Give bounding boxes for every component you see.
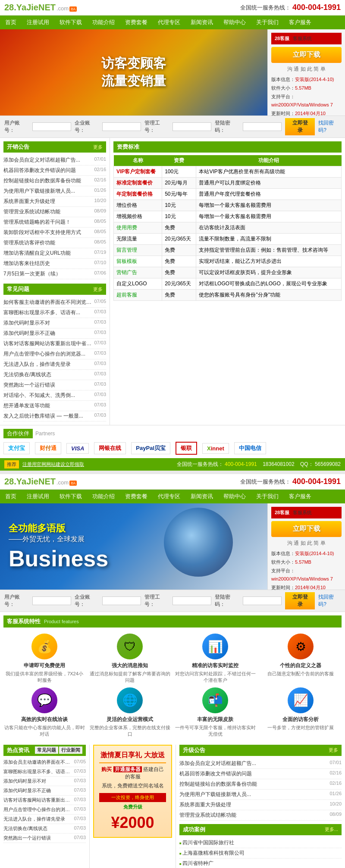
login-button-2[interactable]: 立即登录 bbox=[285, 592, 315, 609]
list-item: 添加代码时显示不正确07/03 bbox=[3, 328, 106, 339]
hot-link[interactable]: 添加会员主动邀请的界面在不同浏览器中的Flash显... bbox=[3, 759, 72, 765]
forgot-password[interactable]: 找回密码? bbox=[318, 119, 341, 134]
faq-link[interactable]: 无法进入队台，操作请先登录 bbox=[3, 361, 92, 368]
feature-title-3: 精准的访客实时监控 bbox=[174, 662, 256, 669]
faq-link[interactable]: 访客对话客服网站访客重新出现中省客的人员不... bbox=[3, 340, 92, 347]
upgrade-link[interactable]: 为使用用户下载链接新增人员... bbox=[179, 791, 328, 798]
tab-common-questions[interactable]: 常见问题 bbox=[35, 746, 58, 754]
news-link[interactable]: 装卸阶段对话框中不支持使用方式 bbox=[3, 229, 92, 236]
list-item: 增加访客清醒自定义URL功能07/19 bbox=[3, 248, 106, 259]
news-link[interactable]: 管理营业系统试结帐功能 bbox=[3, 208, 92, 215]
nav-features[interactable]: 功能介绍 bbox=[87, 16, 120, 29]
upgrade-link[interactable]: 控制超链接站台的数据库备份功能 bbox=[179, 781, 328, 788]
pwd-input-2[interactable] bbox=[243, 596, 282, 605]
news-link[interactable]: 管理系统错题略的若干问题！ bbox=[3, 219, 92, 226]
company-label-2: 企业账号： bbox=[75, 593, 99, 608]
hot-link[interactable]: 添加代码时显示不正确 bbox=[3, 787, 72, 794]
success-more-link[interactable]: 更多... bbox=[325, 826, 338, 833]
pwd-input[interactable] bbox=[243, 122, 282, 131]
nav-pricing[interactable]: 资费套餐 bbox=[120, 16, 153, 29]
feature-icon-8: 📈 bbox=[288, 687, 314, 713]
footer-promo-link[interactable]: 注册用官网网站建设立即领取 bbox=[22, 461, 84, 468]
login-button[interactable]: 立即登录 bbox=[285, 118, 315, 135]
download-button-2[interactable]: 立即下载 bbox=[271, 521, 342, 537]
nav-news[interactable]: 新闻资讯 bbox=[185, 16, 218, 29]
news-link[interactable]: 增加访客来往结历史 bbox=[3, 260, 92, 267]
news-link[interactable]: 机器回答添删改文件错误的问题 bbox=[3, 167, 92, 174]
hot-link[interactable]: 添加代码时显示不对 bbox=[3, 778, 72, 784]
upgrade-link[interactable]: 管理营业系统试结帐功能 bbox=[179, 812, 328, 819]
faq-link[interactable]: 发入之后统计数库错误 — 一般显... bbox=[3, 412, 92, 420]
company-input[interactable] bbox=[102, 122, 141, 131]
faq-link[interactable]: 对话缩小、不知减大、洗秀倒... bbox=[3, 392, 92, 399]
features-title-en: Product features bbox=[44, 619, 79, 624]
faq-link[interactable]: 如何客服主动邀请的界面在不同浏览器中... bbox=[3, 299, 92, 306]
user-input[interactable] bbox=[32, 122, 71, 131]
nav-service[interactable]: 客户服务 bbox=[284, 16, 317, 29]
upgrade-link[interactable]: 添加会员自定义对话框超额广告... bbox=[179, 760, 328, 767]
faq-link[interactable]: 富聊图标出现显示不多、话语有... bbox=[3, 309, 92, 316]
faq-link[interactable]: 添加代码时显示不正确 bbox=[3, 330, 92, 337]
news-link[interactable]: 管理系统访客评价功能 bbox=[3, 239, 92, 247]
company-input-2[interactable] bbox=[102, 596, 141, 605]
faq-link[interactable]: 用户点击管理中心操作台的浏览器... bbox=[3, 350, 92, 358]
tab-industry-news[interactable]: 行业新闻 bbox=[59, 746, 82, 754]
list-item: 管理营业系统试结帐功能08/09 bbox=[3, 207, 106, 217]
hot-link[interactable]: 用户点击管理中心操作台的浏览器... bbox=[3, 806, 72, 813]
nav2-download[interactable]: 软件下载 bbox=[54, 490, 87, 503]
pwd-label-2: 登陆密码： bbox=[215, 593, 239, 608]
nav-help[interactable]: 帮助中心 bbox=[218, 16, 251, 29]
faq-more-link[interactable]: 更多 bbox=[93, 286, 103, 293]
hot-link[interactable]: 无法进入队台，操作请先登录 bbox=[3, 816, 72, 822]
nav2-news[interactable]: 新闻资讯 bbox=[185, 490, 218, 503]
nav-agent[interactable]: 代理专区 bbox=[153, 16, 185, 29]
download-button[interactable]: 立即下载 bbox=[271, 47, 342, 63]
news-link[interactable]: 添加会员自定义对话框超额广告... bbox=[3, 156, 92, 164]
hot-link[interactable]: 无法切换在/离线状态 bbox=[3, 825, 72, 832]
nav2-agent[interactable]: 代理专区 bbox=[153, 490, 185, 503]
news-link[interactable]: 控制超链接站台的数据库备份功能 bbox=[3, 177, 92, 184]
feature-icon-7: 📬 bbox=[202, 687, 228, 713]
faq-link[interactable]: 无法切换在/离线状态 bbox=[3, 371, 92, 378]
news-link[interactable]: 7月5日第一次更新（续） bbox=[3, 270, 92, 278]
forgot-password-2[interactable]: 找回密码? bbox=[318, 593, 341, 608]
news-link[interactable]: 系统界面重大升级处理 bbox=[3, 198, 92, 205]
partner-wangyin: 网银在线 bbox=[94, 442, 126, 454]
pricing-table: 名称 资费 功能介绍 VIP客户定制套餐 100元 本站VIP客户优惠价里有所有… bbox=[113, 155, 342, 301]
news-link[interactable]: 为使用用户下载链接新增人员... bbox=[3, 187, 92, 195]
news-more-link[interactable]: 更多 bbox=[93, 144, 103, 150]
nav2-help[interactable]: 帮助中心 bbox=[218, 490, 251, 503]
feature-item: 📬 丰富的无限皮肤 一件号可享无限个客服，维持访客实时无偿优 bbox=[174, 687, 256, 738]
nav-about[interactable]: 关于我们 bbox=[251, 16, 284, 29]
pwd-label: 登陆密码： bbox=[215, 119, 239, 134]
nav2-about[interactable]: 关于我们 bbox=[251, 490, 284, 503]
nav-download[interactable]: 软件下载 bbox=[54, 16, 87, 29]
faq-link[interactable]: 想开通单发送等功能 bbox=[3, 402, 92, 409]
hot-link[interactable]: 富聊图标出现显示不多、话语有... bbox=[3, 768, 72, 775]
list-item: 无法进入队台，操作请先登录07/03 bbox=[3, 815, 86, 824]
news-link[interactable]: 增加访客清醒自定义URL功能 bbox=[3, 250, 92, 257]
faq-link[interactable]: 添加代码时显示不对 bbox=[3, 319, 92, 327]
user-input-2[interactable] bbox=[32, 596, 71, 605]
feature-icon-6: 🌐 bbox=[117, 687, 143, 713]
partner-telecom: 中国电信 bbox=[234, 442, 266, 454]
nav2-trial[interactable]: 注册试用 bbox=[22, 490, 54, 503]
upgrade-link[interactable]: 机器回答添删改文件错误的问题 bbox=[179, 770, 328, 777]
nav2-pricing[interactable]: 资费套餐 bbox=[120, 490, 153, 503]
list-item: 用户点击管理中心操作台的浏览器...07/03 bbox=[3, 805, 86, 815]
nav-home[interactable]: 首页 bbox=[0, 16, 22, 29]
upgrade-link[interactable]: 系统界面重大升级处理 bbox=[179, 801, 328, 809]
upgrade-more-link[interactable]: 更多 bbox=[329, 747, 338, 753]
faq-link[interactable]: 突然跑出一个运行错误 bbox=[3, 381, 92, 389]
admin-input[interactable] bbox=[172, 122, 211, 131]
hot-news-list: 添加会员主动邀请的界面在不同浏览器中的Flash显...07/05 富聊图标出现… bbox=[3, 758, 86, 843]
nav-trial[interactable]: 注册试用 bbox=[22, 16, 54, 29]
nav2-service[interactable]: 客户服务 bbox=[284, 490, 317, 503]
nav2-home[interactable]: 首页 bbox=[0, 490, 22, 503]
hot-link[interactable]: 访客对话客服网站访客重新出现中省客的人员不... bbox=[3, 797, 72, 803]
hot-link[interactable]: 突然跑出一个运行错误 bbox=[3, 835, 72, 841]
table-row: 增视频价格 10元 每增加一个最大客服名额需费用 bbox=[114, 211, 342, 222]
banner-info-2: 版本信息：安装版(2014-4-10) 软件大小：5.57MB 支持平台：win… bbox=[271, 550, 342, 592]
nav2-features[interactable]: 功能介绍 bbox=[87, 490, 120, 503]
admin-input-2[interactable] bbox=[172, 596, 211, 605]
